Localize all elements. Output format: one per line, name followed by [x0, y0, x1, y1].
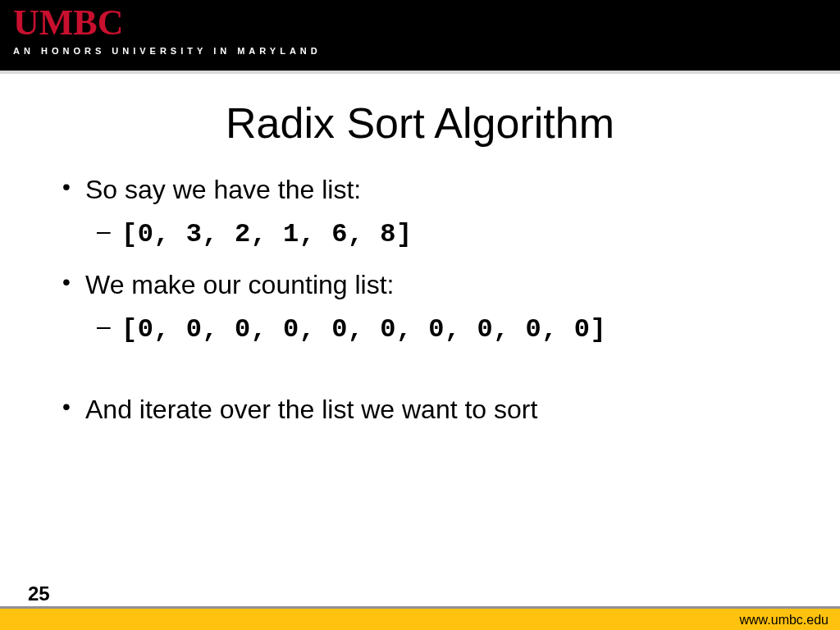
header-bar: UMBC AN HONORS UNIVERSITY IN MARYLAND: [0, 0, 840, 74]
logo-text: UMBC: [13, 5, 322, 41]
slide-body: So say we have the list: [0, 3, 2, 1, 6,…: [57, 171, 791, 428]
page-number: 25: [28, 582, 50, 605]
logo-block: UMBC AN HONORS UNIVERSITY IN MARYLAND: [13, 5, 322, 56]
bullet-1: So say we have the list:: [57, 171, 791, 208]
bullet-1-sub: [0, 3, 2, 1, 6, 8]: [57, 213, 791, 253]
header-divider: [0, 71, 840, 74]
spacer: [57, 361, 791, 390]
slide-title: Radix Sort Algorithm: [0, 98, 840, 148]
slide: UMBC AN HONORS UNIVERSITY IN MARYLAND Ra…: [0, 0, 840, 630]
footer-url: www.umbc.edu: [740, 613, 829, 628]
bullet-2-sub: [0, 0, 0, 0, 0, 0, 0, 0, 0, 0]: [57, 308, 791, 349]
code-list-counting: [0, 0, 0, 0, 0, 0, 0, 0, 0, 0]: [121, 314, 606, 345]
bullet-2: We make our counting list:: [57, 266, 791, 304]
footer-bar: www.umbc.edu: [0, 609, 840, 630]
tagline-text: AN HONORS UNIVERSITY IN MARYLAND: [13, 46, 322, 56]
code-list-input: [0, 3, 2, 1, 6, 8]: [121, 219, 413, 249]
bullet-3: And iterate over the list we want to sor…: [57, 390, 791, 428]
